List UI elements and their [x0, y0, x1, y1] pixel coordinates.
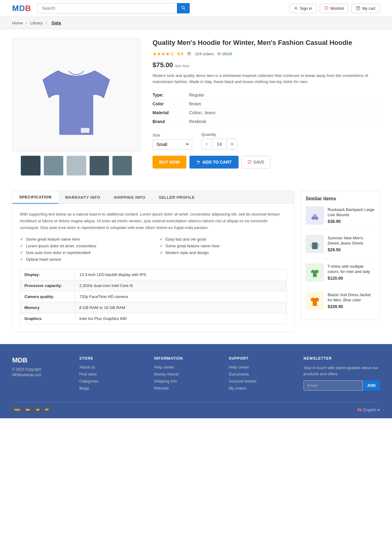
flag-icon: 🇬🇧 — [357, 408, 362, 412]
footer-link-shipping[interactable]: Shipping info — [154, 379, 217, 383]
similar-name-1: Rucksack Backpack Large Line Mounts — [328, 207, 375, 218]
add-to-cart-label: ADD TO CART — [202, 160, 232, 165]
product-thumbnails — [12, 156, 140, 176]
svg-rect-12 — [312, 242, 318, 249]
breadcrumb-home[interactable]: Home — [12, 21, 23, 25]
similar-img-4[interactable] — [306, 292, 324, 310]
footer-link-myorders[interactable]: My orders — [229, 386, 291, 390]
similar-img-3[interactable] — [306, 263, 324, 281]
footer-information: INFORMATION Help center Money refund Shi… — [154, 356, 217, 393]
spec-row-graphics: Graphics Intel Iris Plus Graphics 640 — [20, 313, 287, 324]
save-label: SAVE — [254, 160, 264, 165]
thumbnail-1[interactable] — [21, 156, 41, 176]
footer-link-accountrestore[interactable]: Account restore — [229, 379, 291, 383]
similar-info-1: Rucksack Backpack Large Line Mounts $38.… — [328, 207, 375, 224]
similar-info-3: T-shirts with multiple colors, for men a… — [328, 264, 375, 281]
footer-link-refunds[interactable]: Refunds — [154, 386, 217, 390]
search-input[interactable] — [37, 3, 177, 13]
quantity-control: − 14 + — [201, 139, 237, 150]
similar-item-1: Rucksack Backpack Large Line Mounts $38.… — [306, 206, 375, 230]
search-button[interactable] — [177, 3, 190, 13]
wishlist-button[interactable]: Wishlist — [320, 4, 349, 13]
quantity-value: 14 — [212, 139, 227, 149]
footer-top: MDB © 2023 Copyright: MDBootstrap.com ST… — [12, 356, 380, 393]
add-to-cart-button[interactable]: ADD TO CART — [189, 156, 238, 169]
footer-link-helpcenter-info[interactable]: Help center — [154, 365, 217, 369]
tab-seller[interactable]: SELLER PROFILE — [152, 191, 201, 203]
breadcrumb: Home › Library › Data — [0, 17, 392, 29]
price-unit: /per box — [175, 64, 189, 68]
spec-row-camera: Camera quality: 720p FaceTime HD camera — [20, 291, 287, 302]
quantity-increase-button[interactable]: + — [227, 139, 237, 149]
footer-newsletter: NEWSLETTER Stay in touch with latest upd… — [304, 356, 380, 393]
footer-info-title: INFORMATION — [154, 356, 217, 361]
size-label: Size — [153, 133, 192, 137]
newsletter-email-input[interactable] — [304, 380, 363, 390]
footer-link-refund[interactable]: Money refund — [154, 372, 217, 376]
footer: MDB © 2023 Copyright: MDBootstrap.com ST… — [0, 344, 392, 418]
tab-warranty[interactable]: WARRANTY INFO — [58, 191, 107, 203]
footer-support-title: SUPPORT — [229, 356, 291, 361]
quantity-field: Quantity − 14 + — [201, 132, 237, 150]
similar-price-2: $29.50 — [328, 247, 375, 252]
product-description: Modern look and quality demo item is a s… — [153, 73, 380, 85]
similar-img-svg-1 — [308, 209, 322, 223]
product-title: Quality Men's Hoodie for Winter, Men's F… — [153, 38, 380, 47]
thumbnail-4[interactable] — [89, 156, 109, 176]
svg-point-0 — [182, 6, 184, 9]
spec-row-processor: Processor capacity: 2.3GHz dual-core Int… — [20, 280, 287, 291]
breadcrumb-library[interactable]: Library — [30, 21, 42, 25]
footer-logo-text: MDB — [12, 356, 27, 364]
spec-row-memory: Memory 8 GB RAM or 16 GB RAM — [20, 302, 287, 313]
similar-info-2: Summer New Men's Denim Jeans Shorts $29.… — [328, 236, 375, 252]
cart-button[interactable]: My cart — [351, 4, 380, 13]
thumbnail-3[interactable] — [67, 156, 86, 176]
thumbnail-5[interactable] — [112, 156, 132, 176]
footer-brand: MDB © 2023 Copyright: MDBootstrap.com — [12, 356, 67, 393]
footer-link-categories[interactable]: Categories — [79, 379, 142, 383]
thumbnail-2[interactable] — [44, 156, 63, 176]
check-icon-3: ✓ — [20, 250, 23, 255]
save-heart-icon — [247, 160, 252, 164]
logo: MDB — [12, 4, 31, 13]
similar-img-2[interactable] — [306, 235, 324, 253]
feature-2: ✓ Lorem ipsum dolor sit amet, consectetu… — [20, 243, 147, 248]
similar-name-2: Summer New Men's Denim Jeans Shorts — [328, 236, 375, 246]
similar-img-1[interactable] — [306, 206, 324, 225]
user-icon — [294, 6, 298, 10]
logo-d: D — [19, 4, 25, 13]
search-bar — [37, 3, 190, 13]
footer-link-about[interactable]: About us — [79, 365, 142, 369]
language-selector[interactable]: 🇬🇧 English ▾ — [357, 408, 380, 412]
signin-button[interactable]: Sign in — [289, 4, 317, 13]
thumb-shirt-4 — [93, 159, 105, 173]
save-button[interactable]: SAVE — [242, 156, 270, 169]
product-attributes: Type: Regular Color Brown Material Cotto… — [153, 91, 380, 126]
footer-support: SUPPORT Help center Documents Account re… — [229, 356, 291, 393]
footer-newsletter-title: NEWSLETTER — [304, 356, 380, 361]
orders-icon — [187, 52, 191, 56]
feature-4: ✓ Optical heart sensor — [20, 257, 147, 262]
feature-1: ✓ Some great feature name here — [20, 237, 147, 241]
signin-label: Sign in — [300, 6, 312, 11]
buy-now-button[interactable]: BUY NOW — [153, 156, 186, 169]
size-select[interactable]: Small Medium Large XL XXL — [153, 139, 192, 150]
breadcrumb-sep-2: › — [45, 20, 48, 25]
similar-title: Similar items — [306, 196, 375, 202]
footer-link-blogs[interactable]: Blogs — [79, 386, 142, 390]
tabs-section: SPECIFICATION WARRANTY INFO SHIPPING INF… — [0, 185, 392, 344]
price-value: $75.00 — [153, 61, 173, 69]
tab-specification[interactable]: SPECIFICATION — [13, 191, 58, 204]
product-rating: 4.5 — [177, 51, 183, 56]
product-section: Quality Men's Hoodie for Winter, Men's F… — [0, 29, 392, 185]
tab-shipping[interactable]: SHIPPING INFO — [107, 191, 152, 203]
footer-link-findstore[interactable]: Find store — [79, 372, 142, 376]
similar-price-1: $38.90 — [328, 219, 375, 224]
footer-link-helpcenter-support[interactable]: Help center — [229, 365, 291, 369]
svg-point-2 — [295, 7, 297, 8]
newsletter-form: JOIN — [304, 380, 380, 390]
footer-link-documents[interactable]: Documents — [229, 372, 291, 376]
newsletter-join-button[interactable]: JOIN — [363, 380, 380, 390]
check-icon-6: ✓ — [160, 243, 163, 248]
quantity-decrease-button[interactable]: − — [202, 139, 212, 149]
